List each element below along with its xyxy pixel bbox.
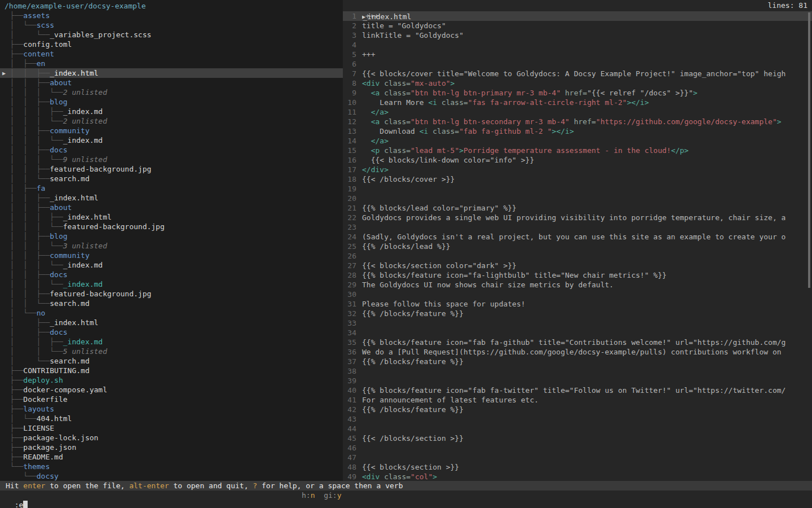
tree-row[interactable]: ├──Dockerfile <box>0 395 343 404</box>
tree-row[interactable]: │ │ │ └──_index.md <box>0 135 343 145</box>
tree-row[interactable]: │ ├──docs <box>0 327 343 337</box>
code-text: ▶+++ <box>362 11 812 21</box>
tree-branch-lines: │ │ │ └── <box>6 222 63 231</box>
code-token: </a> <box>371 137 389 145</box>
tree-row[interactable]: │ │ │ └──_index.md <box>0 260 343 270</box>
command-prompt: :e <box>15 501 24 508</box>
tree-row[interactable]: ▶ │ │ ├──_index.html <box>0 68 343 78</box>
code-token: class= <box>442 98 468 107</box>
unlisted-count: 3 unlisted <box>63 242 107 250</box>
code-token <box>437 98 442 107</box>
tree-entry-name: en <box>37 59 46 68</box>
tree-row[interactable]: │ │ ├──_index.md <box>0 337 343 347</box>
tree-row[interactable]: │ └──search.md <box>0 356 343 366</box>
tree-row[interactable]: ├──deploy.sh <box>0 375 343 385</box>
tree-row[interactable]: ├──LICENSE <box>0 423 343 433</box>
tree-row[interactable]: │ │ ├──about <box>0 78 343 87</box>
code-token: {{< /blocks/section >}} <box>362 434 464 443</box>
tree-branch-lines: │ │ ├── <box>6 146 50 154</box>
tree-row[interactable]: │ │ │ ├──_index.html <box>0 212 343 222</box>
tree-row[interactable]: │ │ ├──community <box>0 126 343 135</box>
code-text: {{< blocks/cover title="Welcome to Goldy… <box>362 69 812 78</box>
code-text: Download <i class="fab fa-github ml-2 ">… <box>362 126 812 136</box>
tree-row[interactable]: └──docsy <box>0 471 343 481</box>
code-line: 13 Download <i class="fab fa-github ml-2… <box>343 126 812 136</box>
tree-branch-lines: │ │ ├── <box>6 98 50 106</box>
line-number: 6 <box>343 59 362 69</box>
tree-row[interactable]: │ │ └──search.md <box>0 174 343 183</box>
code-text: +++ <box>362 50 812 59</box>
tree-row[interactable]: │ │ ├──featured-background.jpg <box>0 164 343 174</box>
code-line: 12 <a class="btn btn-lg btn-secondary mr… <box>343 117 812 126</box>
code-token: Learn More <box>362 98 428 107</box>
tree-row[interactable]: │ │ ├──blog <box>0 231 343 241</box>
tree-row[interactable]: │ └──scss <box>0 20 343 30</box>
code-line: 42{{% /blocks/feature %}} <box>343 405 812 414</box>
tree-row[interactable]: ├──assets <box>0 11 343 20</box>
code-token: class= <box>384 89 411 97</box>
tree-row[interactable]: │ │ │ └──featured-background.jpg <box>0 222 343 231</box>
tree-row[interactable]: │ ├──fa <box>0 183 343 193</box>
tree-row[interactable]: ├──config.toml <box>0 40 343 49</box>
code-line: 29The Goldydocs UI now shows chair size … <box>343 280 812 290</box>
tree-row[interactable]: │ │ ├──_index.html <box>0 193 343 203</box>
tree-row[interactable]: ├──CONTRIBUTING.md <box>0 366 343 375</box>
tree-row[interactable]: ├──package.json <box>0 443 343 452</box>
tree-row[interactable]: │ ├──_index.html <box>0 318 343 327</box>
tree-entry-name: 404.html <box>37 414 72 423</box>
tree-row[interactable]: │ │ │ └──2 unlisted <box>0 87 343 97</box>
tree-row[interactable]: └──themes <box>0 462 343 471</box>
tree-row[interactable]: │ │ ├──featured-background.jpg <box>0 289 343 299</box>
tree-row[interactable]: │ │ ├──docs <box>0 270 343 279</box>
tree-row[interactable]: │ │ │ └──3 unlisted <box>0 241 343 251</box>
tree-row[interactable]: │ └──_variables_project.scss <box>0 30 343 40</box>
tree-branch-lines: │ │ │ └── <box>6 117 63 125</box>
line-number: 14 <box>343 136 362 146</box>
tree-row[interactable]: │ │ │ └──9 unlisted <box>0 155 343 164</box>
tree-row[interactable]: │ └──no <box>0 308 343 318</box>
tree-entry-name: _index.html <box>50 69 98 77</box>
tree-row[interactable]: ├──docker-compose.yaml <box>0 385 343 395</box>
tree-row[interactable]: │ │ │ └──2 unlisted <box>0 116 343 126</box>
tree-row[interactable]: │ │ ├──community <box>0 251 343 260</box>
tree-branch-lines: ├── <box>6 376 23 384</box>
line-number: 46 <box>343 443 362 453</box>
tree-row[interactable]: │ │ ├──blog <box>0 97 343 107</box>
line-number: 29 <box>343 280 362 290</box>
tree-row[interactable]: │ │ ├──about <box>0 203 343 212</box>
tree-row[interactable]: │ │ │ └──_index.md <box>0 279 343 289</box>
tree-row[interactable]: │ ├──en <box>0 59 343 68</box>
code-token: linkTitle = "Goldydocs" <box>362 31 464 40</box>
tree-branch-lines: ├── <box>6 50 23 58</box>
tree-row[interactable]: ├──layouts <box>0 404 343 414</box>
tree-entry-name: _index.html <box>63 213 112 221</box>
preview-scrollbar[interactable] <box>808 12 810 288</box>
tree-row[interactable]: │ │ ├──docs <box>0 145 343 155</box>
code-line: 18{{< /blocks/cover >}} <box>343 174 812 184</box>
tree-branch-lines: │ └── <box>6 30 50 39</box>
code-token: Porridge temperature assessment - in the… <box>464 146 671 155</box>
tree-entry-name: docs <box>50 146 67 154</box>
line-number: 21 <box>343 203 362 213</box>
code-text: {{% /blocks/feature %}} <box>362 309 812 318</box>
code-token: {{< blocks/cover title="Welcome to Goldy… <box>362 69 785 78</box>
tree-row[interactable]: │ └──404.html <box>0 414 343 423</box>
line-number: 40 <box>343 386 362 395</box>
hint-label: h: <box>302 491 311 500</box>
tree-branch-lines: │ │ │ └── <box>6 280 63 288</box>
tree-row[interactable]: ├──package-lock.json <box>0 433 343 443</box>
tree-row[interactable]: ├──content <box>0 49 343 59</box>
tree-entry-name: config.toml <box>23 40 72 49</box>
tree-row[interactable]: │ │ └──5 unlisted <box>0 347 343 356</box>
code-text <box>362 376 812 386</box>
tree-branch-lines: │ │ │ ├── <box>6 213 63 221</box>
command-input[interactable]: :e h:n gi:y <box>0 491 812 508</box>
code-token: ></i> <box>552 127 574 135</box>
code-token: "mx-auto" <box>411 79 450 87</box>
tree-row[interactable]: │ │ │ ├──_index.md <box>0 107 343 116</box>
tree-row[interactable]: │ │ └──search.md <box>0 299 343 308</box>
tree-row[interactable]: ├──README.md <box>0 452 343 462</box>
code-text: Learn More <i class="fas fa-arrow-alt-ci… <box>362 98 812 107</box>
code-line: 40{{% blocks/feature icon="fab fa-twitte… <box>343 386 812 395</box>
code-token: "fab fa-github ml-2 " <box>459 127 551 135</box>
